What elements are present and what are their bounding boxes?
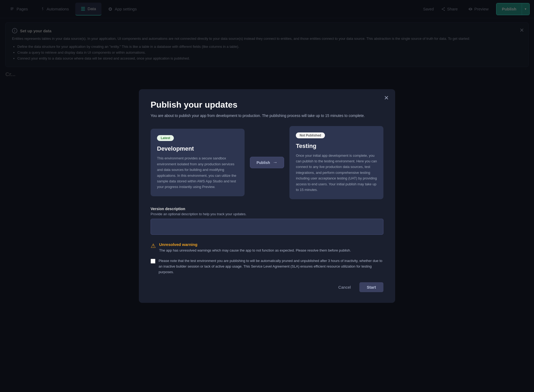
dev-card-title: Development [157,145,238,152]
publish-arrow-section: Publish → [245,157,290,168]
modal-subtitle: You are about to publish your app from d… [151,113,383,119]
checkbox-label: Please note that the test environment yo… [159,258,383,275]
version-section: Version description Provide an optional … [151,207,383,236]
version-input[interactable] [151,219,383,235]
warning-icon: ⚠ [151,242,156,249]
start-button[interactable]: Start [359,282,383,292]
development-card: Latest Development This environment prov… [151,129,245,196]
testing-card-title: Testing [296,143,377,150]
warning-title: Unresolved warning [159,242,351,247]
modal-title: Publish your updates [151,100,383,110]
dev-badge: Latest [157,135,174,141]
dev-card-desc: This environment provides a secure sandb… [157,155,238,190]
version-label: Version description [151,207,383,211]
publish-arrow-button[interactable]: Publish → [250,157,284,168]
modal-close-button[interactable]: ✕ [384,95,389,101]
warning-box: ⚠ Unresolved warning The app has unresol… [151,242,383,253]
publish-arrow-label: Publish [257,160,270,165]
environment-cards: Latest Development This environment prov… [151,126,383,199]
modal-footer: Cancel Start [151,282,383,292]
testing-badge: Not Published [296,132,325,138]
acknowledge-checkbox[interactable] [151,259,155,264]
warning-desc: The app has unresolved warnings which ma… [159,248,351,253]
modal-overlay: ✕ Publish your updates You are about to … [0,0,534,392]
testing-card: Not Published Testing Once your initial … [289,126,383,199]
testing-card-desc: Once your initial app development is com… [296,153,377,193]
cancel-button[interactable]: Cancel [333,282,356,292]
version-hint: Provide an optional description to help … [151,212,383,216]
checkbox-row: Please note that the test environment yo… [151,258,383,275]
warning-content: Unresolved warning The app has unresolve… [159,242,351,253]
arrow-right-icon: → [273,160,277,165]
publish-modal: ✕ Publish your updates You are about to … [139,89,395,303]
